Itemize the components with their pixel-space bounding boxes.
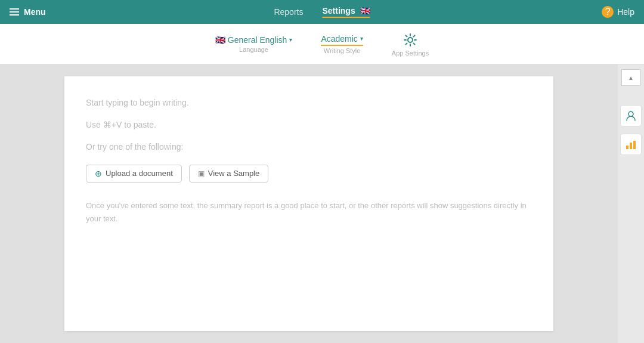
hint-line-3: Or try one of the following:	[86, 140, 532, 154]
upload-button[interactable]: ⊕ Upload a document	[86, 165, 182, 183]
language-label: General English	[228, 35, 287, 45]
editor-panel[interactable]: Start typing to begin writing. Use ⌘+V t…	[64, 76, 553, 331]
right-sidebar: ▲	[618, 64, 644, 343]
chart-tool[interactable]	[620, 134, 642, 155]
scroll-up-button[interactable]: ▲	[621, 69, 640, 86]
editor-wrapper: Start typing to begin writing. Use ⌘+V t…	[0, 64, 618, 343]
main-area: Start typing to begin writing. Use ⌘+V t…	[0, 64, 644, 343]
top-navigation: Menu Reports Settings 🇬🇧 ? Help	[0, 0, 644, 24]
sample-label: View a Sample	[208, 169, 259, 178]
nav-settings[interactable]: Settings 🇬🇧	[322, 6, 370, 18]
hint-line-2: Use ⌘+V to paste.	[86, 118, 532, 132]
nav-reports[interactable]: Reports	[274, 7, 303, 17]
person-tool[interactable]	[620, 105, 642, 126]
svg-rect-2	[626, 146, 628, 149]
language-chevron: ▾	[289, 36, 292, 43]
style-chevron: ▾	[360, 35, 363, 42]
style-selector[interactable]: Academic ▾	[321, 34, 363, 46]
hamburger-icon	[10, 8, 19, 16]
help-icon: ?	[602, 6, 614, 18]
app-settings-label: App Settings	[392, 50, 429, 57]
nav-center: Reports Settings 🇬🇧	[274, 6, 370, 18]
upload-label: Upload a document	[106, 169, 173, 178]
help-label: Help	[617, 7, 634, 17]
language-flag: 🇬🇧	[215, 35, 225, 45]
person-icon	[625, 110, 637, 122]
menu-button[interactable]: Menu	[10, 7, 46, 17]
language-selector[interactable]: 🇬🇧 General English ▾	[215, 35, 293, 45]
upload-icon: ⊕	[95, 169, 102, 178]
help-button[interactable]: ? Help	[602, 6, 634, 18]
app-settings[interactable]: App Settings	[392, 32, 429, 57]
language-sub-label: Language	[239, 46, 268, 53]
svg-rect-3	[630, 143, 632, 149]
gear-icon	[402, 32, 419, 48]
chart-icon	[625, 138, 637, 150]
svg-rect-4	[633, 141, 636, 149]
style-label: Academic	[321, 34, 357, 44]
svg-point-1	[628, 112, 633, 116]
menu-label: Menu	[24, 7, 46, 17]
settings-toolbar: 🇬🇧 General English ▾ Language Academic ▾…	[0, 24, 644, 64]
writing-style-setting[interactable]: Academic ▾ Writing Style	[321, 34, 363, 54]
svg-point-0	[408, 38, 413, 42]
editor-info-text: Once you've entered some text, the summa…	[86, 199, 527, 225]
hint-line-1: Start typing to begin writing.	[86, 95, 532, 110]
sample-button[interactable]: ▣ View a Sample	[189, 165, 268, 183]
scroll-up-icon: ▲	[628, 75, 634, 81]
settings-flag: 🇬🇧	[360, 6, 370, 16]
sample-icon: ▣	[198, 169, 205, 178]
language-setting[interactable]: 🇬🇧 General English ▾ Language	[215, 35, 293, 53]
style-sub-label: Writing Style	[324, 47, 361, 54]
editor-actions: ⊕ Upload a document ▣ View a Sample	[86, 165, 532, 183]
